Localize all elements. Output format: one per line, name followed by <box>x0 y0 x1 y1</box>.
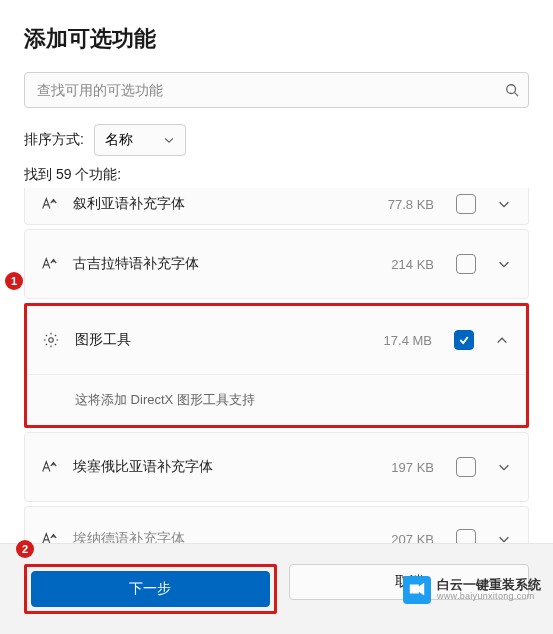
sort-row: 排序方式: 名称 <box>24 124 529 156</box>
feature-row[interactable]: 埃塞俄比亚语补充字体 197 KB <box>24 432 529 502</box>
svg-point-0 <box>507 85 516 94</box>
chevron-down-icon[interactable] <box>490 197 518 211</box>
feature-name: 埃塞俄比亚语补充字体 <box>73 458 377 476</box>
feature-description: 这将添加 DirectX 图形工具支持 <box>27 374 526 425</box>
feature-size: 197 KB <box>391 460 434 475</box>
next-button[interactable]: 下一步 <box>31 571 270 607</box>
search-icon <box>505 83 519 97</box>
highlighted-button: 下一步 <box>24 564 277 614</box>
font-icon <box>39 195 59 213</box>
feature-row[interactable]: 叙利亚语补充字体 77.8 KB <box>24 188 529 225</box>
feature-size: 214 KB <box>391 257 434 272</box>
sort-value: 名称 <box>105 131 133 149</box>
watermark: 白云一键重装系统 www.baiyunxitong.com <box>403 576 541 604</box>
chevron-down-icon[interactable] <box>490 460 518 474</box>
feature-checkbox[interactable] <box>456 194 476 214</box>
feature-checkbox[interactable] <box>454 330 474 350</box>
feature-size: 17.4 MB <box>384 333 432 348</box>
font-icon <box>39 255 59 273</box>
feature-name: 古吉拉特语补充字体 <box>73 255 377 273</box>
search-input[interactable] <box>24 72 529 108</box>
feature-row[interactable]: 古吉拉特语补充字体 214 KB <box>24 229 529 299</box>
annotation-badge-2: 2 <box>16 540 34 558</box>
feature-size: 77.8 KB <box>388 197 434 212</box>
watermark-url: www.baiyunxitong.com <box>437 592 541 602</box>
svg-point-2 <box>49 338 54 343</box>
sort-select[interactable]: 名称 <box>94 124 186 156</box>
svg-line-1 <box>515 93 519 97</box>
feature-checkbox[interactable] <box>456 254 476 274</box>
watermark-icon <box>403 576 431 604</box>
sort-label: 排序方式: <box>24 131 84 149</box>
search-box <box>24 72 529 108</box>
feature-name: 图形工具 <box>75 331 370 349</box>
feature-name: 叙利亚语补充字体 <box>73 195 374 213</box>
chevron-down-icon[interactable] <box>490 257 518 271</box>
font-icon <box>39 458 59 476</box>
dialog-title: 添加可选功能 <box>24 24 529 54</box>
gear-icon <box>41 331 61 349</box>
watermark-title: 白云一键重装系统 <box>437 578 541 592</box>
annotation-badge-1: 1 <box>5 272 23 290</box>
feature-row[interactable]: 图形工具 17.4 MB <box>27 306 526 374</box>
results-count: 找到 59 个功能: <box>24 166 529 184</box>
feature-checkbox[interactable] <box>456 457 476 477</box>
chevron-up-icon[interactable] <box>488 333 516 347</box>
chevron-down-icon <box>163 134 175 146</box>
highlighted-feature: 图形工具 17.4 MB 这将添加 DirectX 图形工具支持 <box>24 303 529 428</box>
